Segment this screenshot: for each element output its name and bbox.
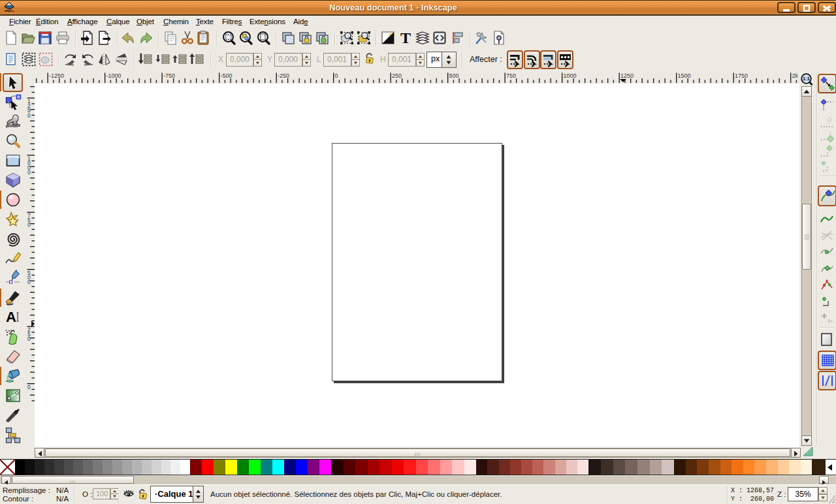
svg-text:1000: 1000 [564,72,577,79]
svg-text:1250: 1250 [620,72,634,79]
svg-text:1:1: 1:1 [803,76,810,82]
svg-text:0: 0 [27,336,31,342]
svg-text:2k: 2k [792,72,799,79]
svg-text:500: 500 [449,72,459,79]
svg-text:0: 0 [27,112,31,119]
svg-text:0: 0 [27,279,31,285]
svg-text:250: 250 [392,72,402,79]
svg-text:750: 750 [506,72,516,79]
svg-text:0: 0 [335,72,338,79]
svg-text:A: A [6,309,16,325]
svg-text:1750: 1750 [735,72,748,79]
svg-text:0: 0 [27,384,31,390]
svg-text:-750: -750 [163,72,175,79]
svg-text:-500: -500 [221,72,233,79]
svg-text:0: 0 [27,169,31,176]
svg-text:0: 0 [27,221,31,228]
svg-text:-250: -250 [278,72,289,79]
svg-text:T: T [400,30,411,46]
svg-text:-1250: -1250 [49,72,64,79]
svg-text:-1000: -1000 [106,72,121,79]
svg-text:1500: 1500 [678,72,691,79]
